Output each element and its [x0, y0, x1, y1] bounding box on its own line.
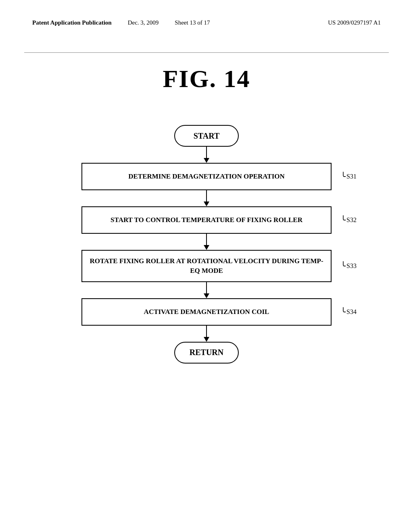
step-s31-text: DETERMINE DEMAGNETIZATION OPERATION: [128, 172, 285, 181]
flowchart: START DETERMINE DEMAGNETIZATION OPERATIO…: [81, 125, 332, 364]
step-s31-row: DETERMINE DEMAGNETIZATION OPERATION ╰ S3…: [81, 163, 332, 190]
step-s34-label: ╰ S34: [341, 308, 357, 316]
arrow-s32-to-s33: [81, 234, 332, 250]
figure-title: FIG. 14: [0, 64, 413, 93]
arrow-s34-to-return: [81, 326, 332, 342]
s31-label-text: S31: [346, 173, 357, 180]
start-label: START: [194, 131, 220, 141]
s32-label-text: S32: [346, 216, 357, 224]
step-s32-label: ╰ S32: [341, 216, 357, 224]
step-s34-box: ACTIVATE DEMAGNETIZATION COIL: [81, 298, 332, 326]
page-header: Patent Application Publication Dec. 3, 2…: [0, 19, 413, 26]
s33-label-text: S33: [346, 262, 357, 270]
step-s34-row: ACTIVATE DEMAGNETIZATION COIL ╰ S34: [81, 298, 332, 326]
step-s32-text: START TO CONTROL TEMPERATURE OF FIXING R…: [111, 215, 302, 225]
arrow-s31-to-s32: [81, 190, 332, 206]
step-s33-row: ROTATE FIXING ROLLER AT ROTATIONAL VELOC…: [81, 250, 332, 282]
step-s34-text: ACTIVATE DEMAGNETIZATION COIL: [144, 307, 269, 317]
start-oval: START: [174, 125, 239, 147]
header-divider: [24, 52, 389, 53]
step-s31-label: ╰ S31: [341, 172, 357, 181]
sheet-label: Sheet 13 of 17: [175, 19, 210, 26]
s34-label-text: S34: [346, 308, 357, 316]
return-oval: RETURN: [174, 342, 239, 364]
return-label: RETURN: [190, 348, 223, 357]
arrow-s33-to-s34: [81, 282, 332, 298]
patent-number: US 2009/0297197 A1: [328, 19, 381, 26]
step-s31-box: DETERMINE DEMAGNETIZATION OPERATION: [81, 163, 332, 190]
step-s33-box: ROTATE FIXING ROLLER AT ROTATIONAL VELOC…: [81, 250, 332, 282]
step-s32-row: START TO CONTROL TEMPERATURE OF FIXING R…: [81, 206, 332, 234]
step-s33-text: ROTATE FIXING ROLLER AT ROTATIONAL VELOC…: [90, 256, 323, 276]
arrow-start-to-s31: [81, 147, 332, 163]
date-label: Dec. 3, 2009: [128, 19, 159, 26]
step-s33-label: ╰ S33: [341, 262, 357, 270]
publication-label: Patent Application Publication: [32, 19, 112, 26]
step-s32-box: START TO CONTROL TEMPERATURE OF FIXING R…: [81, 206, 332, 234]
